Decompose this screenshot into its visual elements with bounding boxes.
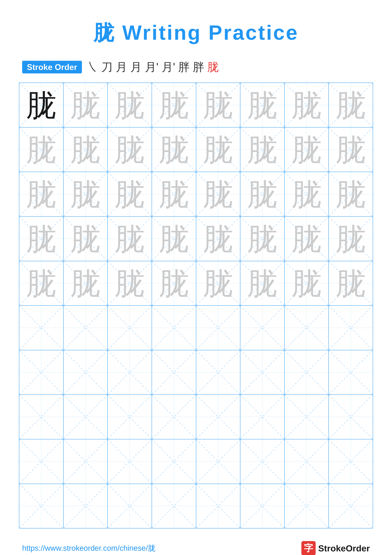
grid-cell-9-0[interactable] bbox=[19, 484, 64, 528]
grid-cell-0-6[interactable]: 胧 bbox=[285, 83, 329, 127]
grid-cell-1-1[interactable]: 胧 bbox=[64, 128, 108, 172]
grid-cell-0-1[interactable]: 胧 bbox=[64, 83, 108, 127]
grid-cell-8-6[interactable] bbox=[285, 439, 329, 484]
grid-cell-3-0[interactable]: 胧 bbox=[19, 217, 64, 261]
grid-cell-8-1[interactable] bbox=[64, 439, 108, 484]
grid-cell-4-4[interactable]: 胧 bbox=[196, 261, 241, 306]
char-2-5: 胧 bbox=[247, 179, 277, 209]
grid-cell-6-1[interactable] bbox=[64, 350, 108, 394]
grid-cell-2-0[interactable]: 胧 bbox=[19, 172, 64, 216]
svg-line-124 bbox=[285, 395, 328, 439]
grid-cell-5-5[interactable] bbox=[240, 306, 285, 350]
grid-cell-6-3[interactable] bbox=[152, 350, 196, 394]
grid-cell-5-3[interactable] bbox=[152, 306, 196, 350]
grid-cell-5-0[interactable] bbox=[19, 306, 64, 350]
grid-cell-6-7[interactable] bbox=[329, 350, 373, 394]
grid-cell-2-1[interactable]: 胧 bbox=[64, 172, 108, 216]
char-3-5: 胧 bbox=[247, 224, 277, 254]
grid-cell-8-3[interactable] bbox=[152, 439, 196, 484]
grid-cell-4-1[interactable]: 胧 bbox=[64, 261, 108, 306]
grid-cell-1-7[interactable]: 胧 bbox=[329, 128, 373, 172]
svg-line-118 bbox=[152, 395, 196, 439]
grid-cell-7-2[interactable] bbox=[108, 395, 152, 439]
grid-cell-3-6[interactable]: 胧 bbox=[285, 217, 329, 261]
grid-cell-2-3[interactable]: 胧 bbox=[152, 172, 196, 216]
grid-cell-9-3[interactable] bbox=[152, 484, 196, 528]
svg-line-92 bbox=[285, 306, 328, 350]
grid-cell-4-6[interactable]: 胧 bbox=[285, 261, 329, 306]
grid-cell-3-4[interactable]: 胧 bbox=[196, 217, 241, 261]
grid-cell-1-2[interactable]: 胧 bbox=[108, 128, 152, 172]
char-3-4: 胧 bbox=[203, 224, 233, 254]
grid-cell-7-3[interactable] bbox=[152, 395, 196, 439]
svg-line-93 bbox=[285, 306, 328, 350]
grid-cell-5-6[interactable] bbox=[285, 306, 329, 350]
grid-cell-7-7[interactable] bbox=[329, 395, 373, 439]
grid-cell-5-7[interactable] bbox=[329, 306, 373, 350]
svg-line-119 bbox=[152, 395, 196, 439]
grid-cell-1-4[interactable]: 胧 bbox=[196, 128, 241, 172]
grid-cell-2-7[interactable]: 胧 bbox=[329, 172, 373, 216]
grid-cell-0-5[interactable]: 胧 bbox=[240, 83, 285, 127]
grid-cell-9-4[interactable] bbox=[196, 484, 241, 528]
char-2-0: 胧 bbox=[26, 179, 56, 209]
svg-line-99 bbox=[64, 350, 107, 394]
grid-cell-4-2[interactable]: 胧 bbox=[108, 261, 152, 306]
grid-cell-0-4[interactable]: 胧 bbox=[196, 83, 241, 127]
grid-cell-0-2[interactable]: 胧 bbox=[108, 83, 152, 127]
grid-cell-3-5[interactable]: 胧 bbox=[240, 217, 285, 261]
grid-cell-9-2[interactable] bbox=[108, 484, 152, 528]
grid-cell-6-4[interactable] bbox=[196, 350, 241, 394]
grid-cell-8-4[interactable] bbox=[196, 439, 241, 484]
grid-cell-3-7[interactable]: 胧 bbox=[329, 217, 373, 261]
grid-cell-1-0[interactable]: 胧 bbox=[19, 128, 64, 172]
grid-cell-9-7[interactable] bbox=[329, 484, 373, 528]
svg-line-96 bbox=[19, 350, 63, 394]
grid-cell-7-1[interactable] bbox=[64, 395, 108, 439]
grid-cell-3-3[interactable]: 胧 bbox=[152, 217, 196, 261]
grid-cell-5-2[interactable] bbox=[108, 306, 152, 350]
svg-line-133 bbox=[108, 439, 152, 484]
grid-cell-4-7[interactable]: 胧 bbox=[329, 261, 373, 306]
grid-cell-1-3[interactable]: 胧 bbox=[152, 128, 196, 172]
grid-cell-3-1[interactable]: 胧 bbox=[64, 217, 108, 261]
grid-cell-8-0[interactable] bbox=[19, 439, 64, 484]
grid-cell-7-5[interactable] bbox=[240, 395, 285, 439]
grid-cell-6-0[interactable] bbox=[19, 350, 64, 394]
svg-line-98 bbox=[64, 350, 107, 394]
grid-cell-6-6[interactable] bbox=[285, 350, 329, 394]
svg-line-102 bbox=[152, 350, 196, 394]
grid-cell-4-5[interactable]: 胧 bbox=[240, 261, 285, 306]
grid-cell-4-0[interactable]: 胧 bbox=[19, 261, 64, 306]
grid-cell-5-1[interactable] bbox=[64, 306, 108, 350]
grid-cell-6-2[interactable] bbox=[108, 350, 152, 394]
grid-cell-2-6[interactable]: 胧 bbox=[285, 172, 329, 216]
svg-line-138 bbox=[240, 439, 284, 484]
char-3-7: 胧 bbox=[336, 224, 366, 254]
grid-cell-2-5[interactable]: 胧 bbox=[240, 172, 285, 216]
grid-row-8 bbox=[19, 439, 373, 484]
grid-cell-3-2[interactable]: 胧 bbox=[108, 217, 152, 261]
grid-cell-7-6[interactable] bbox=[285, 395, 329, 439]
grid-cell-9-1[interactable] bbox=[64, 484, 108, 528]
grid-cell-8-2[interactable] bbox=[108, 439, 152, 484]
grid-cell-5-4[interactable] bbox=[196, 306, 241, 350]
grid-cell-2-2[interactable]: 胧 bbox=[108, 172, 152, 216]
grid-cell-9-5[interactable] bbox=[240, 484, 285, 528]
svg-line-127 bbox=[329, 395, 373, 439]
grid-cell-1-6[interactable]: 胧 bbox=[285, 128, 329, 172]
grid-cell-2-4[interactable]: 胧 bbox=[196, 172, 241, 216]
grid-cell-6-5[interactable] bbox=[240, 350, 285, 394]
char-2-6: 胧 bbox=[292, 179, 322, 209]
grid-cell-4-3[interactable]: 胧 bbox=[152, 261, 196, 306]
grid-cell-8-7[interactable] bbox=[329, 439, 373, 484]
char-3-6: 胧 bbox=[292, 224, 322, 254]
grid-cell-7-4[interactable] bbox=[196, 395, 241, 439]
grid-cell-9-6[interactable] bbox=[285, 484, 329, 528]
grid-cell-7-0[interactable] bbox=[19, 395, 64, 439]
grid-cell-0-3[interactable]: 胧 bbox=[152, 83, 196, 127]
grid-cell-0-0[interactable]: 胧 bbox=[19, 83, 64, 127]
grid-cell-8-5[interactable] bbox=[240, 439, 285, 484]
grid-cell-0-7[interactable]: 胧 bbox=[329, 83, 373, 127]
grid-cell-1-5[interactable]: 胧 bbox=[240, 128, 285, 172]
